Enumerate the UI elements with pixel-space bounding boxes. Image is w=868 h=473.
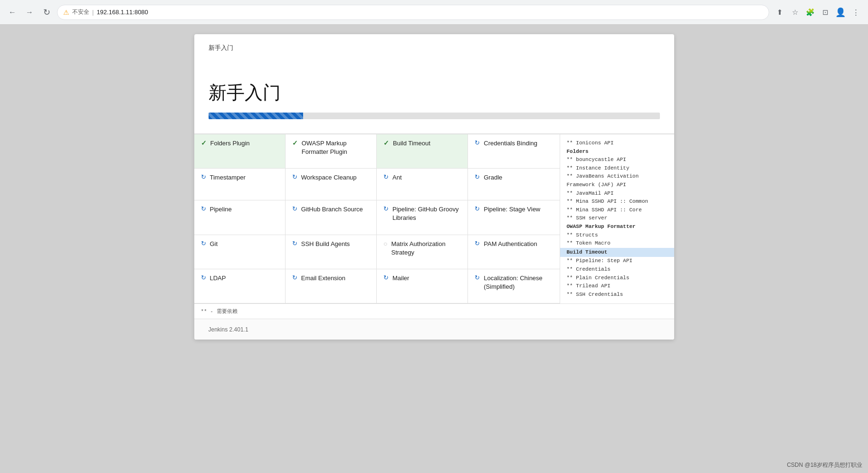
spinner-icon: ↻ xyxy=(475,274,480,281)
panel-line: ** bouncycastle API xyxy=(567,156,668,164)
plugin-cell: ✓Build Timeout xyxy=(377,134,468,169)
panel-line: Build Timeout xyxy=(560,248,674,257)
browser-actions: ⬆ ☆ 🧩 ⊡ 👤 ⋮ xyxy=(773,6,862,19)
address-bar[interactable]: ⚠ 不安全 | 192.168.1.11:8080 xyxy=(57,5,769,20)
plugin-name: Pipeline xyxy=(210,205,232,214)
plugin-cell: ↻Ant xyxy=(377,169,468,200)
plugin-name: Timestamper xyxy=(210,173,246,182)
content-section: ✓Folders Plugin✓OWASP Markup Formatter P… xyxy=(194,134,674,303)
plugin-name: LDAP xyxy=(210,274,226,283)
plugin-name: Ant xyxy=(392,173,402,182)
spinner-icon: ↻ xyxy=(292,173,297,180)
circle-icon: ○ xyxy=(383,240,387,247)
page-title: 新手入门 xyxy=(209,81,660,105)
spinner-icon: ↻ xyxy=(475,205,480,212)
progress-bar-container xyxy=(209,113,660,119)
right-panel: ** Ionicons APIFolders** bouncycastle AP… xyxy=(560,134,674,303)
panel-line: ** Structs xyxy=(567,231,668,240)
plugin-name: Mailer xyxy=(392,274,409,283)
progress-bar-fill xyxy=(209,113,304,119)
plugin-name: Pipeline: GitHub Groovy Libraries xyxy=(392,205,461,222)
plugin-cell: ○Matrix Authorization Strategy xyxy=(377,235,468,269)
panel-line: ** JavaMail API xyxy=(567,189,668,198)
plugin-cell: ↻Timestamper xyxy=(194,169,286,200)
plugin-cell: ↻Gradle xyxy=(468,169,559,200)
spinner-icon: ↻ xyxy=(292,240,297,247)
plugin-name: PAM Authentication xyxy=(484,240,537,248)
plugin-cell: ↻Pipeline xyxy=(194,200,286,235)
panel-line: ** Credentials xyxy=(567,265,668,274)
plugin-cell: ↻Pipeline: Stage View xyxy=(468,200,559,235)
panel-line: ** SSH Credentials xyxy=(567,291,668,299)
dependency-note-section: ** - 需要依赖 xyxy=(194,303,674,319)
footer-section: Jenkins 2.401.1 xyxy=(194,319,674,340)
plugin-cell: ↻SSH Build Agents xyxy=(286,235,377,269)
plugin-name: Pipeline: Stage View xyxy=(484,205,540,214)
back-button[interactable]: ← xyxy=(6,6,19,19)
security-label: 不安全 xyxy=(72,8,89,16)
profile-button[interactable]: 👤 xyxy=(834,6,847,19)
panel-line: ** SSH server xyxy=(567,214,668,223)
panel-line: ** Plain Credentials xyxy=(567,274,668,283)
spinner-icon: ↻ xyxy=(292,205,297,212)
plugin-grid: ✓Folders Plugin✓OWASP Markup Formatter P… xyxy=(194,134,560,303)
panel-line: ** Ionicons API xyxy=(567,139,668,148)
spinner-icon: ↻ xyxy=(475,240,480,247)
plugin-name: SSH Build Agents xyxy=(301,240,350,248)
plugin-name: Build Timeout xyxy=(393,139,430,148)
plugin-cell: ↻PAM Authentication xyxy=(468,235,559,269)
check-icon: ✓ xyxy=(292,139,298,147)
panel-line: ** Token Macro xyxy=(567,239,668,248)
plugin-cell: ↻Credentials Binding xyxy=(468,134,559,169)
plugin-name: Localization: Chinese (Simplified) xyxy=(484,274,553,291)
plugin-cell: ↻Workspace Cleanup xyxy=(286,169,377,200)
panel-line: ** Instance Identity xyxy=(567,164,668,173)
check-icon: ✓ xyxy=(201,139,207,147)
watermark: CSDN @18岁程序员想打职业 xyxy=(787,461,862,469)
plugin-cell: ✓OWASP Markup Formatter Plugin xyxy=(286,134,377,169)
spinner-icon: ↻ xyxy=(475,139,480,146)
panel-line: Folders xyxy=(567,148,668,156)
plugin-name: Gradle xyxy=(484,173,502,182)
warning-icon: ⚠ xyxy=(63,9,69,16)
plugin-cell: ↻GitHub Branch Source xyxy=(286,200,377,235)
spinner-icon: ↻ xyxy=(201,274,206,281)
panel-line: ** Mina SSHD API :: Core xyxy=(567,206,668,215)
spinner-icon: ↻ xyxy=(475,173,480,180)
plugin-cell: ↻LDAP xyxy=(194,269,286,303)
plugin-name: Workspace Cleanup xyxy=(301,173,357,182)
extensions-button[interactable]: 🧩 xyxy=(803,6,817,19)
check-icon: ✓ xyxy=(383,139,389,147)
plugin-name: Credentials Binding xyxy=(484,139,537,148)
plugin-cell: ↻Pipeline: GitHub Groovy Libraries xyxy=(377,200,468,235)
plugin-name: OWASP Markup Formatter Plugin xyxy=(302,139,370,156)
plugin-name: Folders Plugin xyxy=(210,139,250,148)
panel-line: OWASP Markup Formatter xyxy=(567,223,668,231)
spinner-icon: ↻ xyxy=(201,205,206,212)
spinner-icon: ↻ xyxy=(383,205,389,212)
page-wrapper: 新手入门 新手入门 ✓Folders Plugin✓OWASP Markup F… xyxy=(0,25,868,473)
tab-button[interactable]: ⊡ xyxy=(819,6,832,19)
panel-line: ** Trilead API xyxy=(567,282,668,291)
plugin-cell: ✓Folders Plugin xyxy=(194,134,286,169)
forward-button[interactable]: → xyxy=(23,6,36,19)
panel-line: ** JavaBeans Activation Framework (JAF) … xyxy=(567,172,668,189)
main-container: 新手入门 新手入门 ✓Folders Plugin✓OWASP Markup F… xyxy=(194,34,674,340)
reload-button[interactable]: ↻ xyxy=(40,6,53,19)
plugin-name: Email Extension xyxy=(301,274,345,283)
plugin-cell: ↻Mailer xyxy=(377,269,468,303)
spinner-icon: ↻ xyxy=(201,173,206,180)
plugin-cell: ↻Git xyxy=(194,235,286,269)
bookmark-button[interactable]: ☆ xyxy=(788,6,801,19)
plugin-name: Git xyxy=(210,240,218,248)
spinner-icon: ↻ xyxy=(292,274,297,281)
spinner-icon: ↻ xyxy=(383,274,389,281)
version-text: Jenkins 2.401.1 xyxy=(209,326,248,333)
panel-line: ** Pipeline: Step API xyxy=(567,257,668,265)
breadcrumb: 新手入门 xyxy=(209,44,660,52)
panel-line: ** Mina SSHD API :: Common xyxy=(567,198,668,206)
share-button[interactable]: ⬆ xyxy=(773,6,786,19)
plugin-cell: ↻Localization: Chinese (Simplified) xyxy=(468,269,559,303)
browser-chrome: ← → ↻ ⚠ 不安全 | 192.168.1.11:8080 ⬆ ☆ 🧩 ⊡ … xyxy=(0,0,868,25)
menu-button[interactable]: ⋮ xyxy=(849,6,862,19)
